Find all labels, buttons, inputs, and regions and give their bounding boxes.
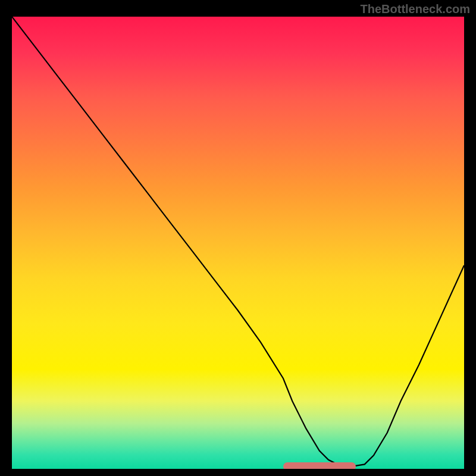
watermark-text: TheBottleneck.com: [361, 2, 470, 16]
chart-svg: [12, 17, 464, 469]
plot-area: [12, 17, 464, 469]
valley-marker: [283, 462, 356, 469]
line-curve: [12, 17, 464, 466]
